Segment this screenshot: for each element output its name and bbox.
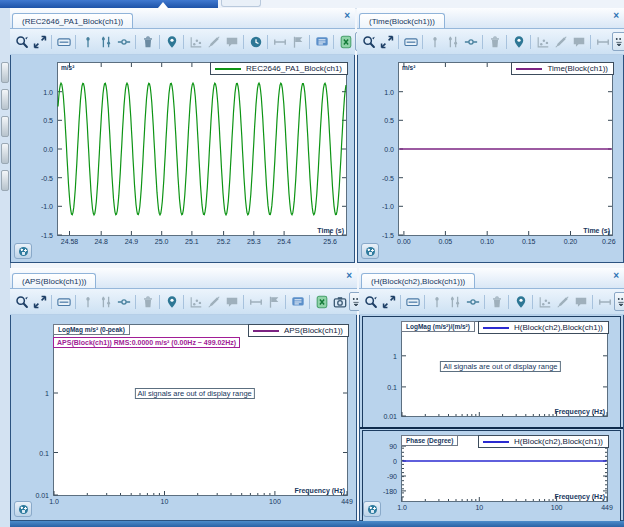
export-excel-icon[interactable] [313,293,330,310]
double-cursor-icon[interactable] [97,33,114,50]
annotation-note-icon[interactable] [313,33,330,50]
delete-cursor-icon [139,293,156,310]
plot-region: m/s²REC2646_PA1_Block(ch1)Time (s)24.582… [10,55,355,263]
legend: H(Block(ch2),Block(ch1)) [478,435,609,448]
peak-marker-icon[interactable] [510,33,527,50]
chart-toolbar [10,29,355,55]
overflow-menu-icon[interactable] [614,292,624,311]
harmonic-cursor-icon[interactable] [115,33,132,50]
harmonic-cursor-icon[interactable] [462,33,479,50]
distance-measure-icon [271,33,288,50]
zoom-selection-icon[interactable] [13,293,30,310]
peak-marker-icon[interactable] [163,33,180,50]
x-tick-label: 25.0 [155,238,169,245]
toolbar-separator [135,295,136,309]
tab-rec2646[interactable]: (REC2646_PA1_Block(ch1)) [12,13,133,28]
frf-phase-frame: Phase (Degree)H(Block(ch2),Block(ch1))Fr… [362,430,621,524]
toolbar-separator [508,295,509,309]
x-tick-label: 0.20 [564,238,578,245]
toolbar-separator [243,295,244,309]
close-icon[interactable]: × [613,271,619,281]
export-excel-icon[interactable] [337,33,354,50]
x-tick-label: 0.00 [397,238,411,245]
aps-plot[interactable]: LogMag m/s² (0-peak)APS(Block(ch1)) RMS:… [53,324,348,496]
legend-label: H(Block(ch2),Block(ch1)) [514,323,603,332]
y-tick-label: 0.0 [43,146,53,153]
left-toolbar-button-stub[interactable] [1,143,9,164]
legend-line-sample [215,68,241,70]
unit-label: m/s² [402,64,415,71]
legend-card-icon[interactable] [404,293,421,310]
palette-icon [19,247,28,256]
palette-button[interactable] [361,243,379,259]
comment-icon [572,293,589,310]
overflow-menu-icon[interactable] [612,32,624,51]
left-toolbar-button-stub[interactable] [1,62,9,83]
tabbar: (APS(Block(ch1))) × [10,268,357,289]
clock-history-icon[interactable] [247,33,264,50]
scatter-view-icon [536,293,553,310]
close-icon[interactable]: × [613,11,619,21]
chart-toolbar [357,29,624,55]
tab-aps[interactable]: (APS(Block(ch1))) [12,273,96,288]
single-cursor-icon [79,293,96,310]
panel-time-block: (Time(Block(ch1))) × m/s²Time(Block(ch1)… [357,8,624,263]
palette-button[interactable] [14,501,32,517]
palette-icon [366,247,375,256]
waveform-plot[interactable]: m/s²REC2646_PA1_Block(ch1)Time (s)24.582… [57,62,347,236]
close-icon[interactable]: × [344,11,350,21]
legend-card-icon[interactable] [55,293,72,310]
frf-phase-plot[interactable]: Phase (Degree)H(Block(ch2),Block(ch1))Fr… [401,435,608,502]
zoom-selection-icon[interactable] [360,33,377,50]
bottom-border-strip [10,521,624,527]
x-tick-label: 24.8 [94,238,108,245]
fit-expand-icon[interactable] [380,293,397,310]
fit-expand-icon[interactable] [378,33,395,50]
y-tick-label: 0.01 [383,413,397,420]
plot-region: LogMag (m/s²)/(m/s²)H(Block(ch2),Block(c… [359,315,624,521]
snapshot-camera-icon[interactable] [331,293,348,310]
annotation-note-icon[interactable] [289,293,306,310]
peak-marker-icon[interactable] [163,293,180,310]
y-tick-label: -1.0 [382,203,394,210]
left-toolbar-button-stub[interactable] [1,89,9,110]
toolbar-separator [398,35,399,49]
left-toolbar-button-stub[interactable] [1,116,9,137]
fit-expand-icon[interactable] [31,293,48,310]
x-tick-label: 449 [341,498,353,505]
palette-button[interactable] [363,501,381,517]
x-tick-label: 0.10 [480,238,494,245]
x-tick-label: 10 [475,504,483,511]
x-tick-label: 0.05 [439,238,453,245]
scatter-view-icon [187,33,204,50]
single-cursor-icon[interactable] [79,33,96,50]
left-toolbar-button-stub[interactable] [1,170,9,191]
x-tick-label: 100 [551,504,563,511]
legend: H(Block(ch2),Block(ch1)) [478,321,609,334]
tab-time-block[interactable]: (Time(Block(ch1))) [359,13,445,28]
plot-canvas [399,63,612,235]
plot-region: m/s²Time(Block(ch1))Time (s)0.000.050.10… [357,55,624,263]
legend-line-sample [516,68,542,70]
plot-canvas [58,63,346,235]
unit-label: Phase (Degree) [401,435,458,446]
frf-magnitude-plot[interactable]: LogMag (m/s²)/(m/s²)H(Block(ch2),Block(c… [401,321,608,417]
toolbar-separator [530,35,531,49]
delete-cursor-icon[interactable] [139,33,156,50]
zoom-selection-icon[interactable] [362,293,379,310]
harmonic-cursor-icon[interactable] [464,293,481,310]
toolbar-separator [183,35,184,49]
close-icon[interactable]: × [346,271,352,281]
fit-expand-icon[interactable] [31,33,48,50]
x-axis-label: Frequency (Hz) [294,487,345,494]
palette-button[interactable] [14,243,32,259]
zoom-selection-icon[interactable] [13,33,30,50]
time-plot[interactable]: m/s²Time(Block(ch1))Time (s)0.000.050.10… [398,62,613,236]
tab-frf[interactable]: (H(Block(ch2),Block(ch1))) [361,273,475,288]
x-tick-label: 10 [161,498,169,505]
legend-card-icon[interactable] [402,33,419,50]
x-axis-label: Time (s) [317,227,344,234]
peak-marker-icon[interactable] [512,293,529,310]
legend-card-icon[interactable] [55,33,72,50]
harmonic-cursor-icon[interactable] [115,293,132,310]
